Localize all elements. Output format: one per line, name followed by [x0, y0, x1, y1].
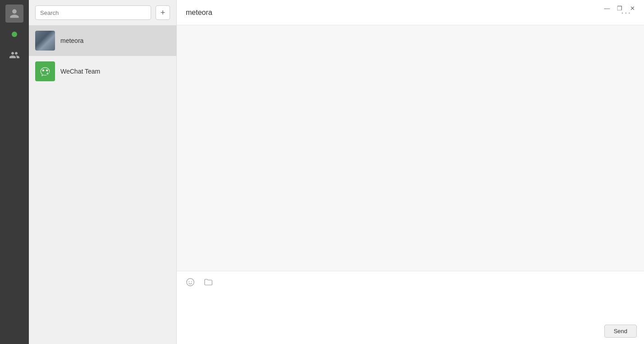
chat-main: meteora ···: [177, 0, 644, 344]
chat-list-header: +: [29, 0, 176, 25]
add-chat-button[interactable]: +: [156, 5, 170, 20]
chat-input-area: Send: [177, 271, 644, 344]
chat-name-meteora: meteora: [60, 37, 83, 44]
chat-title: meteora: [186, 9, 212, 17]
contacts-icon: [9, 50, 20, 60]
chat-list-panel: + meteora: [29, 0, 177, 344]
emoji-button[interactable]: [184, 276, 197, 288]
send-button[interactable]: Send: [604, 325, 637, 338]
sidebar: [0, 0, 29, 344]
svg-point-1: [46, 70, 48, 71]
user-icon: [9, 8, 20, 19]
search-input[interactable]: [35, 5, 151, 20]
chat-list: meteora WeChat Team: [29, 25, 176, 344]
svg-point-5: [191, 281, 192, 282]
online-status-dot: [12, 32, 17, 37]
minimize-button[interactable]: —: [603, 4, 612, 13]
chat-name-wechat-team: WeChat Team: [60, 68, 100, 75]
chat-messages: [177, 25, 644, 271]
sidebar-avatar[interactable]: [5, 5, 23, 23]
chat-list-item-wechat-team[interactable]: WeChat Team: [29, 56, 176, 87]
restore-button[interactable]: ❐: [615, 4, 624, 13]
wechat-logo-icon: [39, 65, 51, 78]
chat-header: meteora ···: [177, 0, 644, 25]
search-wrapper: [35, 5, 151, 20]
chat-list-item-meteora[interactable]: meteora: [29, 25, 176, 56]
avatar-wechat-team: [35, 61, 55, 81]
emoji-icon: [185, 277, 195, 287]
svg-point-0: [42, 70, 44, 71]
app-window: — ❐ ✕ +: [0, 0, 644, 344]
file-button[interactable]: [202, 276, 215, 288]
avatar-meteora: [35, 31, 55, 51]
svg-point-4: [189, 281, 189, 282]
chat-toolbar: [184, 276, 637, 288]
sidebar-contacts-button[interactable]: [5, 46, 23, 64]
svg-point-3: [187, 279, 194, 286]
close-button[interactable]: ✕: [628, 4, 637, 13]
window-controls: — ❐ ✕: [603, 4, 637, 13]
folder-icon: [203, 277, 213, 287]
chat-input-footer: Send: [184, 321, 637, 339]
message-input[interactable]: [184, 292, 637, 319]
